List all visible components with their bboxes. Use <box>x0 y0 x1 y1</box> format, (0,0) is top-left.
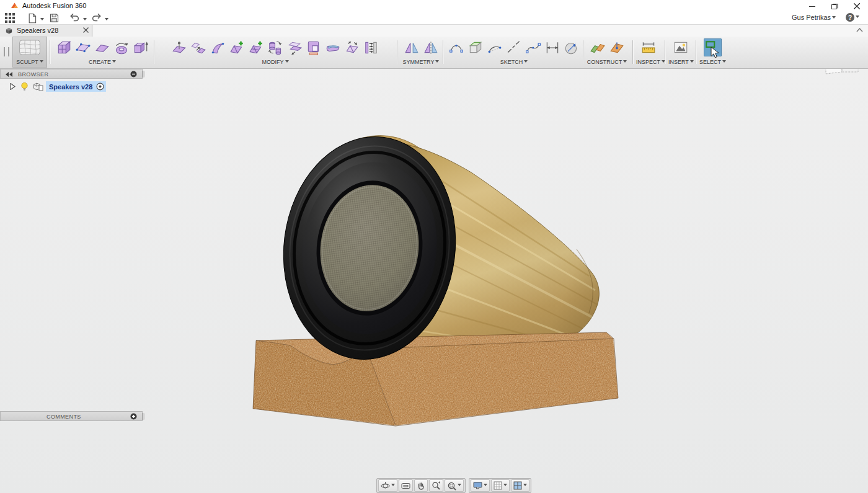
spline-icon[interactable] <box>525 38 542 56</box>
comments-panel-resize-handle[interactable] <box>143 413 145 420</box>
insert-point-icon[interactable] <box>170 38 188 56</box>
display-caret <box>484 484 487 488</box>
unweld-icon[interactable] <box>343 38 361 56</box>
toolbar-collapse-chevron[interactable] <box>856 28 863 32</box>
workspace-menu-sculpt[interactable]: SCULPT <box>12 37 47 68</box>
select-window-icon[interactable] <box>704 38 722 56</box>
expand-arrow-icon[interactable] <box>10 83 16 90</box>
zoom-button[interactable] <box>429 479 443 492</box>
browser-root-label[interactable]: Speakers v28 <box>49 83 92 91</box>
thicken-icon[interactable] <box>324 38 342 56</box>
offset-plane-icon[interactable] <box>608 38 626 56</box>
collapse-panel-icon[interactable] <box>6 72 13 77</box>
document-cube-icon <box>5 27 13 35</box>
help-menu[interactable]: ? <box>846 13 859 22</box>
browser-root-row[interactable]: Speakers v28 <box>0 81 106 92</box>
inspect-menu-label[interactable]: INSPECT <box>636 59 661 65</box>
measure-icon[interactable] <box>640 38 658 56</box>
viewports-button[interactable] <box>511 479 529 492</box>
user-menu[interactable]: Gus Petrikas <box>792 14 836 21</box>
file-menu-caret[interactable] <box>40 18 44 22</box>
browser-root-selection[interactable]: Speakers v28 <box>46 81 106 92</box>
merge-bodies-icon[interactable] <box>286 38 304 56</box>
window-title: Autodesk Fusion 360 <box>22 2 86 9</box>
document-tab[interactable]: Speakers v28 <box>0 25 92 37</box>
help-icon: ? <box>846 13 854 22</box>
face-icon[interactable] <box>94 38 112 56</box>
file-icon <box>27 13 37 24</box>
insert-image-icon[interactable] <box>672 38 690 56</box>
align-icon[interactable] <box>190 38 208 56</box>
restore-icon <box>831 2 838 9</box>
tab-close-button[interactable] <box>83 27 89 33</box>
symmetry-menu-label[interactable]: SYMMETRY <box>401 59 441 65</box>
close-button[interactable] <box>846 0 868 12</box>
ground-target-icon[interactable] <box>96 82 104 91</box>
revolve-icon[interactable] <box>113 38 131 56</box>
arc-icon[interactable] <box>486 38 504 56</box>
edit-form-icon[interactable] <box>267 38 285 56</box>
main-toolbar: SCULPT CREATE <box>0 36 868 69</box>
dimension-icon[interactable] <box>544 38 562 56</box>
app-grid-icon <box>5 13 15 23</box>
fit-caret <box>458 484 461 488</box>
restore-button[interactable] <box>823 0 846 12</box>
redo-caret[interactable] <box>105 18 108 22</box>
toolbar-group-create: CREATE <box>53 37 151 68</box>
visibility-bulb-icon[interactable] <box>20 82 29 92</box>
cork-base[interactable] <box>248 329 626 431</box>
match-icon[interactable] <box>363 38 381 56</box>
sketch-box-icon[interactable] <box>467 38 485 56</box>
extrude-icon[interactable] <box>132 38 150 56</box>
undo-button[interactable] <box>69 13 80 22</box>
browser-panel-title: BROWSER <box>18 71 48 78</box>
browser-panel-resize-handle[interactable] <box>143 71 145 78</box>
undo-caret[interactable] <box>83 18 87 22</box>
mirror-duplicate-icon[interactable] <box>422 38 440 56</box>
user-name: Gus Petrikas <box>792 14 831 21</box>
file-menu-button[interactable] <box>27 13 37 24</box>
subdivide-icon[interactable] <box>247 38 265 56</box>
toolbar-drag-handle[interactable] <box>4 47 9 56</box>
modify-menu-label[interactable]: MODIFY <box>157 59 393 65</box>
convert-icon[interactable] <box>305 38 323 56</box>
browser-panel-header[interactable]: BROWSER <box>0 69 143 79</box>
comments-panel-header[interactable]: COMMENTS <box>0 411 143 421</box>
toolbar-group-inspect: INSPECT <box>636 37 661 68</box>
box-icon[interactable] <box>55 38 73 56</box>
plane-points-icon[interactable] <box>74 38 92 56</box>
sphere-icon[interactable] <box>563 38 581 56</box>
toolbar-group-modify: MODIFY <box>157 37 393 68</box>
app-grid-button[interactable] <box>5 13 15 23</box>
construct-menu-label[interactable]: CONSTRUCT <box>585 59 629 65</box>
insert-edge-icon[interactable] <box>228 38 246 56</box>
minimize-button[interactable] <box>801 0 823 12</box>
orbit-button[interactable] <box>378 479 397 492</box>
undo-icon <box>69 13 80 22</box>
grid-button[interactable] <box>491 479 510 492</box>
create-menu-label[interactable]: CREATE <box>53 59 151 65</box>
collapse-circle-icon[interactable] <box>130 71 137 78</box>
save-icon <box>50 13 59 23</box>
crease-icon[interactable] <box>209 38 227 56</box>
navigation-bar <box>376 478 531 493</box>
fit-curves-icon[interactable] <box>448 38 466 56</box>
select-menu-label[interactable]: SELECT <box>699 59 725 65</box>
fit-button[interactable] <box>445 479 464 492</box>
display-settings-button[interactable] <box>471 479 490 492</box>
add-comment-icon[interactable] <box>130 413 137 420</box>
display-settings-icon <box>473 481 482 490</box>
tab-label: Speakers v28 <box>17 27 58 34</box>
insert-menu-label[interactable]: INSERT <box>668 59 693 65</box>
fit-icon <box>447 481 456 491</box>
construction-line-icon[interactable] <box>505 38 523 56</box>
save-button[interactable] <box>50 13 59 23</box>
look-at-button[interactable] <box>399 479 413 492</box>
fusion-logo-icon <box>11 2 19 10</box>
midplane-icon[interactable] <box>588 38 606 56</box>
sketch-menu-label[interactable]: SKETCH <box>446 59 582 65</box>
sculpt-menu-label[interactable]: SCULPT <box>13 59 46 65</box>
mirror-internal-icon[interactable] <box>402 38 420 56</box>
redo-button[interactable] <box>91 13 102 22</box>
pan-button[interactable] <box>414 479 428 492</box>
